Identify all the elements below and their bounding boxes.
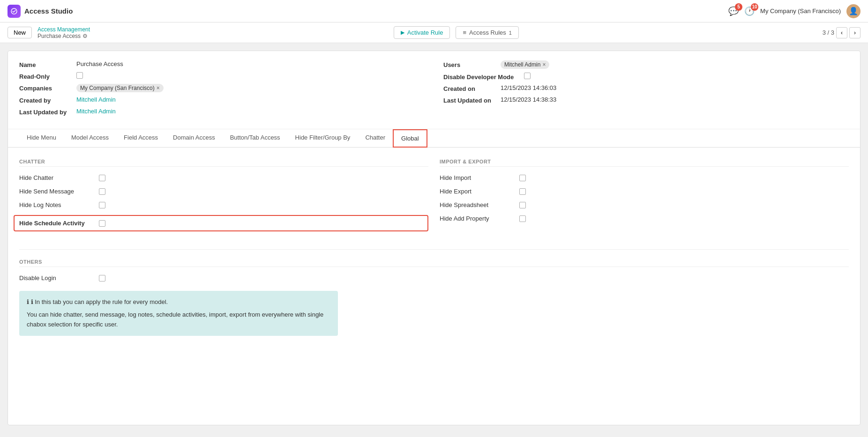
last-updated-by-label: Last Updated by <box>19 108 71 116</box>
created-on-row: Created on 12/15/2023 14:36:03 <box>443 84 849 92</box>
form-right-col: Users Mitchell Admin × Disable Developer… <box>443 60 849 119</box>
top-right-area: 💬 5 🕐 10 My Company (San Francisco) 👤 <box>728 4 861 18</box>
created-by-row: Created by Mitchell Admin <box>19 96 425 104</box>
hide-schedule-activity-checkbox[interactable] <box>99 220 105 227</box>
activate-rule-button[interactable]: ▶ Activate Rule <box>394 26 450 39</box>
hide-add-property-row: Hide Add Property <box>440 215 849 222</box>
hide-add-property-checkbox[interactable] <box>519 215 526 222</box>
tab-model-access[interactable]: Model Access <box>64 129 116 147</box>
hide-chatter-checkbox[interactable] <box>99 175 105 181</box>
pagination-text: 3 / 3 <box>823 29 834 36</box>
company-name: My Company (San Francisco) <box>760 7 841 15</box>
name-row: Name Purchase Access <box>19 60 425 68</box>
company-tag-close[interactable]: × <box>157 85 160 91</box>
activities-icon[interactable]: 🕐 10 <box>744 6 755 16</box>
prev-record-button[interactable]: ‹ <box>836 27 847 38</box>
name-value: Purchase Access <box>76 60 123 67</box>
hide-export-checkbox[interactable] <box>519 188 526 195</box>
tab-global[interactable]: Global <box>393 129 427 148</box>
tab-field-access[interactable]: Field Access <box>116 129 165 147</box>
created-by-label: Created by <box>19 96 71 104</box>
pagination-area: 3 / 3 ‹ › <box>823 27 861 38</box>
tab-hide-menu[interactable]: Hide Menu <box>19 129 64 147</box>
users-tag: Mitchell Admin × <box>501 60 549 69</box>
hide-send-message-label: Hide Send Message <box>19 188 94 195</box>
users-row: Users Mitchell Admin × <box>443 60 849 69</box>
created-on-value: 12/15/2023 14:36:03 <box>501 84 556 91</box>
list-icon: ≡ <box>463 29 466 36</box>
hide-log-notes-checkbox[interactable] <box>99 202 105 208</box>
access-rules-label: Access Rules <box>469 29 506 36</box>
tab-button-tab-access[interactable]: Button/Tab Access <box>223 129 288 147</box>
form-left-col: Name Purchase Access Read-Only Companies… <box>19 60 425 119</box>
readonly-label: Read-Only <box>19 72 71 80</box>
hide-spreadsheet-label: Hide Spreadsheet <box>440 201 515 208</box>
tab-domain-access[interactable]: Domain Access <box>165 129 223 147</box>
users-tag-text: Mitchell Admin <box>504 61 540 68</box>
company-tag-text: My Company (San Francisco) <box>80 85 155 91</box>
info-icon: ℹ <box>27 298 29 305</box>
import-export-column: IMPORT & EXPORT Hide Import Hide Export … <box>440 159 849 238</box>
companies-row: Companies My Company (San Francisco) × <box>19 84 425 92</box>
tabs-bar: Hide Menu Model Access Field Access Doma… <box>8 129 860 148</box>
name-label: Name <box>19 60 71 68</box>
hide-send-message-checkbox[interactable] <box>99 188 105 195</box>
tab-hide-filter-group[interactable]: Hide Filter/Group By <box>288 129 358 147</box>
breadcrumb-bar: New Access Management Purchase Access ⚙ … <box>0 22 868 43</box>
hide-schedule-activity-label: Hide Schedule Activity <box>19 220 94 227</box>
hide-chatter-row: Hide Chatter <box>19 174 428 181</box>
last-updated-on-label: Last Updated on <box>443 96 495 104</box>
others-section-title: OTHERS <box>19 259 849 267</box>
form-section: Name Purchase Access Read-Only Companies… <box>8 51 860 129</box>
disable-dev-checkbox[interactable] <box>524 73 531 79</box>
last-updated-on-row: Last Updated on 12/15/2023 14:38:33 <box>443 96 849 104</box>
hide-chatter-label: Hide Chatter <box>19 174 94 181</box>
form-grid: Name Purchase Access Read-Only Companies… <box>19 60 849 119</box>
tab-chatter[interactable]: Chatter <box>358 129 393 147</box>
created-on-label: Created on <box>443 84 495 92</box>
chatter-section-title: CHATTER <box>19 159 428 167</box>
activate-rule-label: Activate Rule <box>407 29 443 36</box>
main-content: Name Purchase Access Read-Only Companies… <box>7 51 861 425</box>
hide-import-label: Hide Import <box>440 174 515 181</box>
hide-add-property-label: Hide Add Property <box>440 215 515 222</box>
disable-login-checkbox[interactable] <box>99 275 105 281</box>
user-avatar[interactable]: 👤 <box>846 4 861 18</box>
main-two-col: CHATTER Hide Chatter Hide Send Message H… <box>19 159 849 238</box>
hide-log-notes-label: Hide Log Notes <box>19 201 94 208</box>
disable-login-label: Disable Login <box>19 274 94 281</box>
last-updated-by-row: Last Updated by Mitchell Admin <box>19 108 425 116</box>
users-tag-close[interactable]: × <box>542 61 546 68</box>
hide-export-label: Hide Export <box>440 188 515 195</box>
next-record-button[interactable]: › <box>849 27 861 38</box>
breadcrumb: Access Management Purchase Access ⚙ <box>37 26 90 39</box>
chatter-column: CHATTER Hide Chatter Hide Send Message H… <box>19 159 428 238</box>
hide-spreadsheet-checkbox[interactable] <box>519 202 526 208</box>
breadcrumb-current: Purchase Access ⚙ <box>37 33 90 39</box>
messages-icon[interactable]: 💬 5 <box>728 6 739 16</box>
info-box-line2: You can hide chatter, send message, log … <box>27 310 330 330</box>
global-tab-content: CHATTER Hide Chatter Hide Send Message H… <box>8 148 860 347</box>
created-by-value[interactable]: Mitchell Admin <box>76 96 116 103</box>
top-navigation: Access Studio 💬 5 🕐 10 My Company (San F… <box>0 0 868 22</box>
readonly-checkbox[interactable] <box>76 72 83 79</box>
breadcrumb-parent-link[interactable]: Access Management <box>37 26 90 33</box>
last-updated-by-value[interactable]: Mitchell Admin <box>76 108 116 115</box>
users-label: Users <box>443 60 495 68</box>
gear-icon[interactable]: ⚙ <box>82 33 88 39</box>
access-rules-button[interactable]: ≡ Access Rules 1 <box>456 26 518 39</box>
hide-export-row: Hide Export <box>440 188 849 195</box>
disable-login-row: Disable Login <box>19 274 849 281</box>
breadcrumb-center: ▶ Activate Rule ≡ Access Rules 1 <box>96 26 817 39</box>
others-section: OTHERS Disable Login ℹ ℹ In this tab you… <box>19 249 849 336</box>
activities-badge: 10 <box>751 3 758 11</box>
import-export-section-title: IMPORT & EXPORT <box>440 159 849 167</box>
new-button[interactable]: New <box>7 27 32 38</box>
info-box-line1: ℹ ℹ In this tab you can apply the rule f… <box>27 297 330 307</box>
access-rules-count: 1 <box>509 30 512 36</box>
app-logo: Access Studio <box>7 5 73 18</box>
readonly-row: Read-Only <box>19 72 425 80</box>
hide-import-row: Hide Import <box>440 174 849 181</box>
hide-schedule-activity-row: Hide Schedule Activity <box>14 215 428 231</box>
hide-import-checkbox[interactable] <box>519 175 526 181</box>
